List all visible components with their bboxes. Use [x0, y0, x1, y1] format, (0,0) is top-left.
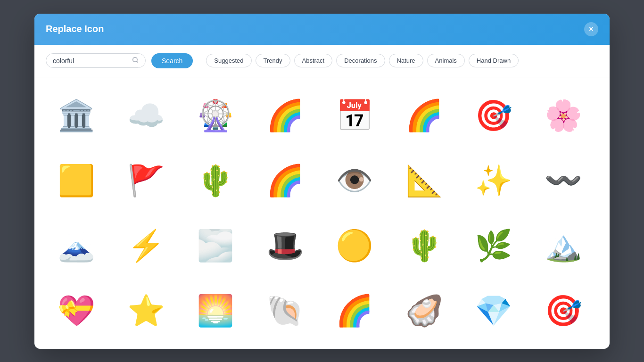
modal-header: Replace Icon ×	[34, 14, 610, 45]
icon-emoji-5: 📅	[336, 97, 373, 134]
filter-tag-abstract[interactable]: Abstract	[294, 54, 333, 67]
icon-cell-8[interactable]: 🌸	[533, 85, 594, 146]
icon-emoji-16: 〰️	[545, 162, 582, 199]
filter-tag-suggested[interactable]: Suggested	[206, 54, 251, 67]
icon-cell-31[interactable]: 💎	[463, 280, 524, 341]
search-button[interactable]: Search	[151, 53, 193, 68]
modal-overlay: Replace Icon × Search SuggestedTrendyAbs…	[0, 0, 644, 362]
search-wrapper	[46, 53, 146, 68]
icon-emoji-28: 🐚	[266, 292, 304, 329]
icon-emoji-9: 🟨	[58, 162, 95, 199]
icon-cell-32[interactable]: 🎯	[533, 280, 594, 341]
icon-emoji-7: 🎯	[475, 97, 512, 134]
icon-emoji-13: 👁️	[336, 162, 373, 199]
icon-cell-3[interactable]: 🎡	[185, 85, 246, 146]
filter-tag-trendy[interactable]: Trendy	[256, 54, 290, 67]
icon-emoji-11: 🌵	[197, 162, 234, 199]
icon-cell-29[interactable]: 🌈	[324, 280, 385, 341]
icon-emoji-30: 🦪	[405, 292, 443, 329]
icon-cell-22[interactable]: 🌵	[394, 215, 455, 276]
icon-cell-4[interactable]: 🌈	[255, 85, 316, 146]
icon-emoji-29: 🌈	[336, 292, 373, 329]
icon-emoji-25: 💝	[58, 292, 95, 329]
icon-cell-7[interactable]: 🎯	[463, 85, 524, 146]
icon-cell-19[interactable]: 🌫️	[185, 215, 246, 276]
icon-emoji-18: ⚡	[127, 227, 165, 264]
modal-body: 🏛️☁️🎡🌈📅🌈🎯🌸🟨🚩🌵🌈👁️📐✨〰️🗻⚡🌫️🎩🟡🌵🌿🏔️💝⭐🌅🐚🌈🦪💎🎯	[34, 77, 610, 349]
icon-emoji-2: ☁️	[127, 97, 165, 134]
icon-cell-12[interactable]: 🌈	[255, 150, 316, 211]
icon-cell-10[interactable]: 🚩	[116, 150, 177, 211]
filter-tag-hand-drawn[interactable]: Hand Drawn	[469, 54, 519, 67]
icon-cell-27[interactable]: 🌅	[185, 280, 246, 341]
icon-emoji-32: 🎯	[545, 292, 582, 329]
icon-emoji-6: 🌈	[405, 97, 443, 134]
icon-emoji-19: 🌫️	[197, 227, 234, 264]
icon-cell-9[interactable]: 🟨	[46, 150, 107, 211]
search-input[interactable]	[53, 57, 128, 65]
replace-icon-modal: Replace Icon × Search SuggestedTrendyAbs…	[34, 14, 610, 349]
search-icon	[132, 57, 139, 65]
modal-title: Replace Icon	[46, 24, 104, 34]
icon-cell-28[interactable]: 🐚	[255, 280, 316, 341]
icon-cell-24[interactable]: 🏔️	[533, 215, 594, 276]
icon-cell-25[interactable]: 💝	[46, 280, 107, 341]
icon-emoji-27: 🌅	[197, 292, 234, 329]
icon-cell-2[interactable]: ☁️	[116, 85, 177, 146]
filter-tag-animals[interactable]: Animals	[427, 54, 465, 67]
icon-emoji-23: 🌿	[475, 227, 512, 264]
icon-cell-17[interactable]: 🗻	[46, 215, 107, 276]
icon-emoji-10: 🚩	[127, 162, 165, 199]
icon-cell-5[interactable]: 📅	[324, 85, 385, 146]
icon-emoji-15: ✨	[475, 162, 512, 199]
icon-emoji-26: ⭐	[127, 292, 165, 329]
icon-emoji-24: 🏔️	[545, 227, 582, 264]
icon-emoji-21: 🟡	[336, 227, 373, 264]
icon-emoji-31: 💎	[475, 292, 512, 329]
icon-emoji-12: 🌈	[266, 162, 304, 199]
icon-emoji-20: 🎩	[266, 227, 304, 264]
icon-cell-11[interactable]: 🌵	[185, 150, 246, 211]
icon-cell-16[interactable]: 〰️	[533, 150, 594, 211]
icon-cell-26[interactable]: ⭐	[116, 280, 177, 341]
filter-tags: SuggestedTrendyAbstractDecorationsNature…	[206, 54, 519, 67]
icon-emoji-8: 🌸	[545, 97, 582, 134]
icon-emoji-4: 🌈	[266, 97, 304, 134]
icon-cell-21[interactable]: 🟡	[324, 215, 385, 276]
icon-cell-23[interactable]: 🌿	[463, 215, 524, 276]
icon-cell-15[interactable]: ✨	[463, 150, 524, 211]
icon-emoji-17: 🗻	[58, 227, 95, 264]
icon-cell-13[interactable]: 👁️	[324, 150, 385, 211]
filter-tag-decorations[interactable]: Decorations	[336, 54, 385, 67]
icon-emoji-22: 🌵	[405, 227, 443, 264]
icon-cell-30[interactable]: 🦪	[394, 280, 455, 341]
close-button[interactable]: ×	[584, 22, 598, 36]
icon-cell-6[interactable]: 🌈	[394, 85, 455, 146]
modal-toolbar: Search SuggestedTrendyAbstractDecoration…	[34, 45, 610, 77]
icon-cell-18[interactable]: ⚡	[116, 215, 177, 276]
icon-emoji-1: 🏛️	[58, 97, 95, 134]
icon-cell-1[interactable]: 🏛️	[46, 85, 107, 146]
icon-emoji-14: 📐	[405, 162, 443, 199]
icon-cell-20[interactable]: 🎩	[255, 215, 316, 276]
filter-tag-nature[interactable]: Nature	[389, 54, 423, 67]
icon-cell-14[interactable]: 📐	[394, 150, 455, 211]
icons-grid: 🏛️☁️🎡🌈📅🌈🎯🌸🟨🚩🌵🌈👁️📐✨〰️🗻⚡🌫️🎩🟡🌵🌿🏔️💝⭐🌅🐚🌈🦪💎🎯	[46, 85, 598, 341]
svg-line-1	[137, 61, 138, 63]
icon-emoji-3: 🎡	[197, 97, 234, 134]
